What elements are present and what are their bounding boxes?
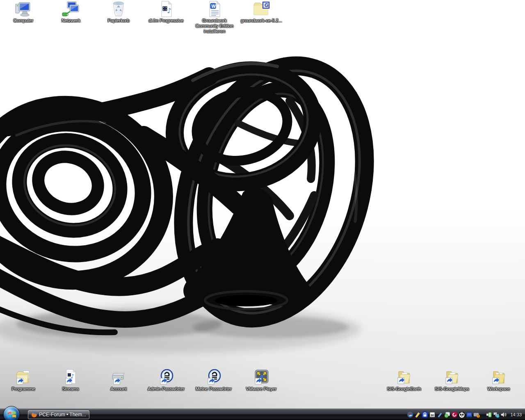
svg-text:♪: ♪ <box>167 7 171 15</box>
icon-label: Netzwerk <box>50 18 91 23</box>
recycle-bin-icon <box>109 1 128 17</box>
desktop-icon-sis-googleearth[interactable]: SIS-GoogleEarth <box>383 369 425 392</box>
svg-text:30: 30 <box>431 413 434 417</box>
keepass-tray-icon[interactable] <box>422 411 428 418</box>
svg-text:G: G <box>265 2 268 8</box>
icon-label: Account <box>98 386 139 392</box>
icon-label: VMware Player <box>241 386 282 392</box>
trend-micro-tray-icon[interactable] <box>451 411 458 418</box>
icon-label: SIS-GoogleEarth <box>383 386 425 392</box>
icon-label: Meine Passwörter <box>193 386 234 392</box>
icon-label: Groundwork Community Edition installiere… <box>194 18 235 34</box>
vmware-shortcut-icon <box>251 369 271 386</box>
drive-shortcut-icon <box>109 369 128 386</box>
folder-shortcut-icon <box>14 369 33 386</box>
taskbar: PCE-Forum • Them... <box>0 409 525 420</box>
desktop-icon-groundwork-installer[interactable]: W Groundwork Community Edition installie… <box>194 1 235 34</box>
desktop-icon-computer[interactable]: Computer <box>3 1 44 23</box>
windows-flag-icon <box>7 410 17 420</box>
open-folder-shortcut-icon <box>442 369 462 386</box>
audio-file-shortcut-icon: ♪ <box>61 369 80 386</box>
icon-label: Papierkorb <box>98 18 139 23</box>
start-button[interactable] <box>3 406 20 420</box>
network-tray-icon[interactable] <box>493 411 500 418</box>
open-folder-shortcut-icon <box>489 369 509 386</box>
keyboard-alert-tray-icon[interactable] <box>473 411 480 418</box>
icon-label: Streams <box>50 386 91 392</box>
word-document-icon: W <box>205 1 224 17</box>
thunderbird-tray-icon[interactable] <box>407 411 413 418</box>
desktop-icon-sis-googlemaps[interactable]: SIS-GoogleMaps <box>431 369 472 392</box>
desktop-icon-streams[interactable]: ♪ Streams <box>50 369 91 392</box>
firefox-icon <box>31 411 37 418</box>
icon-label: di.fm Progressive <box>146 18 187 23</box>
folder-with-g-badge-icon: G <box>251 1 271 17</box>
stylus-pen-tray-icon[interactable] <box>436 411 443 418</box>
desktop-icon-meine-passwoerter[interactable]: Meine Passwörter <box>193 369 234 392</box>
icon-label: Computer <box>3 18 44 23</box>
audio-file-icon: ♪ <box>156 1 176 17</box>
desktop-icon-vmware-player[interactable]: VMware Player <box>241 369 282 392</box>
desktop-icon-account[interactable]: Account <box>98 369 139 392</box>
desktop-icon-groundwork-ce-folder[interactable]: G groundwork-ce-5.2... <box>241 1 282 23</box>
keepass-shortcut-icon <box>204 369 224 386</box>
green-dot-bubble-tray-icon[interactable] <box>444 411 450 418</box>
desktop-icon-papierkorb[interactable]: Papierkorb <box>98 1 139 23</box>
calendar-tray-icon[interactable]: 30 <box>429 411 436 418</box>
taskbar-button-pce-forum[interactable]: PCE-Forum • Them... <box>28 410 89 419</box>
taskbar-button-label: PCE-Forum • Them... <box>39 412 86 418</box>
svg-text:W: W <box>212 4 216 9</box>
network-computers-icon <box>61 1 81 17</box>
computer-icon <box>14 1 33 17</box>
taskbar-clock[interactable]: 14:33 <box>510 412 522 417</box>
keepass-shortcut-icon <box>156 369 176 386</box>
yellow-brush-tray-icon[interactable] <box>414 411 421 418</box>
icon-label: groundwork-ce-5.2... <box>241 18 282 23</box>
desktop-icon-admin-passwoerter[interactable]: Admin-Passwörter <box>146 369 187 392</box>
icon-label: Workspace <box>478 386 519 392</box>
desktop: Computer Netzwerk <box>0 0 525 420</box>
system-tray: 30 <box>407 409 525 420</box>
desktop-icon-programme[interactable]: Programme <box>3 369 44 392</box>
wallpaper-knot-sculpture <box>0 0 525 420</box>
volume-tray-icon[interactable] <box>500 411 507 418</box>
power-plug-tray-icon[interactable] <box>486 411 492 418</box>
desktop-icon-netzwerk[interactable]: Netzwerk <box>50 1 91 23</box>
icon-label: Programme <box>3 386 44 392</box>
open-folder-shortcut-icon <box>394 369 414 386</box>
icon-label: SIS-GoogleMaps <box>431 386 472 392</box>
icon-label: Admin-Passwörter <box>146 386 187 392</box>
panda-tray-icon[interactable] <box>459 411 465 418</box>
desktop-icon-difm-progressive[interactable]: ♪ di.fm Progressive <box>146 1 187 23</box>
tray-separator <box>481 415 485 415</box>
vnc-window-tray-icon[interactable] <box>466 411 472 418</box>
desktop-icon-workspace[interactable]: Workspace <box>478 369 519 392</box>
